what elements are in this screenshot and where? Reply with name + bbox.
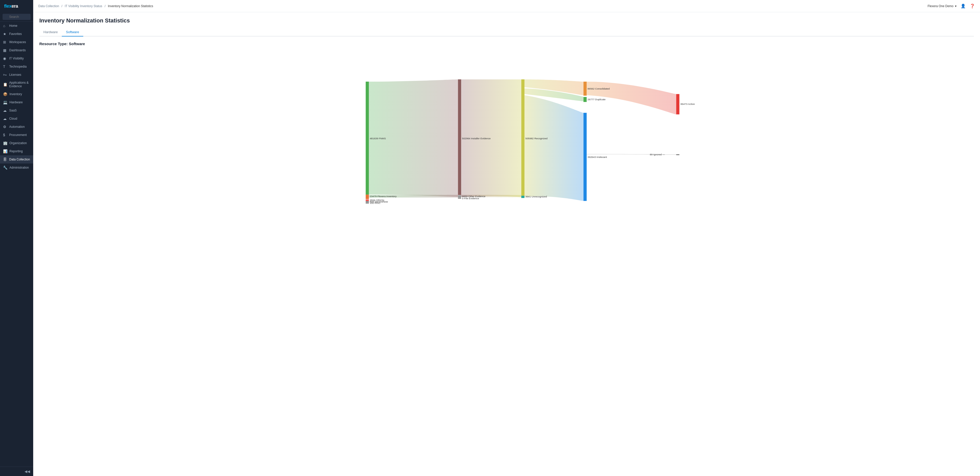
- sidebar-item-label: Technopedia: [9, 65, 27, 68]
- label-irrelevant: 392643 Irrelevant: [587, 155, 607, 159]
- data-collection-icon: 🗄: [3, 157, 7, 162]
- search-area: 🔍: [0, 12, 33, 22]
- breadcrumb-sep-1: /: [62, 4, 62, 8]
- label-recognized: 505982 Recognized: [525, 137, 548, 140]
- dashboards-icon: ▦: [3, 48, 7, 52]
- sidebar-item-label: Administration: [10, 166, 29, 170]
- administration-icon: 🔧: [3, 165, 7, 170]
- sidebar: flexera 🔍 ⌂ Home ★ Favorites ⊞ Workspace…: [0, 0, 33, 476]
- sidebar-item-label: Licenses: [9, 73, 21, 76]
- collapse-sidebar-button[interactable]: ◀◀: [24, 470, 30, 473]
- sidebar-item-automation[interactable]: ⚙ Automation: [0, 123, 33, 131]
- licenses-icon: 🗝: [3, 73, 7, 77]
- help-icon[interactable]: ❓: [970, 3, 975, 8]
- tab-hardware[interactable]: Hardware: [39, 28, 62, 36]
- sidebar-item-cloud[interactable]: ☁ Cloud: [0, 114, 33, 123]
- node-installer-evidence: [458, 79, 461, 195]
- sidebar-item-label: Home: [9, 24, 18, 27]
- sidebar-item-workspaces[interactable]: ⊞ Workspaces: [0, 38, 33, 46]
- workspaces-icon: ⊞: [3, 40, 7, 44]
- automation-icon: ⚙: [3, 125, 7, 129]
- sankey-diagram: 481639 FNMS 23479 Flexera Inventory 3556…: [39, 50, 974, 208]
- breadcrumb-sep-2: /: [105, 4, 105, 8]
- favorites-icon: ★: [3, 32, 7, 36]
- node-duplicate: [584, 97, 587, 102]
- sidebar-item-label: Workspaces: [9, 40, 26, 44]
- label-risc: 100 RISC: [370, 202, 380, 204]
- node-orion: [366, 200, 369, 201]
- breadcrumb-current: Inventory Normalization Statistics: [108, 4, 153, 8]
- tabs-bar: Hardware Software: [39, 28, 974, 36]
- sidebar-item-label: Organization: [10, 141, 27, 145]
- home-icon: ⌂: [3, 24, 7, 28]
- label-ignored: 89 Ignored —: [650, 153, 665, 156]
- label-flexera-inv: 23479 Flexera Inventory: [370, 195, 396, 198]
- sidebar-item-label: Applications & Evidence: [9, 81, 30, 88]
- breadcrumb-it-visibility[interactable]: IT Visibility Inventory Status: [65, 4, 102, 8]
- page-title: Inventory Normalization Statistics: [39, 17, 974, 24]
- sidebar-item-procurement[interactable]: $ Procurement: [0, 131, 33, 139]
- sidebar-item-organization[interactable]: 🏢 Organization: [0, 139, 33, 147]
- sidebar-item-label: IT Visibility: [9, 57, 24, 60]
- topbar: Data Collection / IT Visibility Inventor…: [33, 0, 980, 12]
- label-duplicate: 26777 Duplicate: [587, 98, 605, 101]
- search-wrapper: 🔍: [3, 14, 31, 20]
- tab-software[interactable]: Software: [62, 28, 83, 36]
- sidebar-item-label: SaaS: [9, 109, 17, 112]
- saas-icon: ☁: [3, 108, 7, 113]
- it-visibility-icon: ◉: [3, 56, 7, 60]
- procurement-icon: $: [3, 133, 7, 137]
- sidebar-item-saas[interactable]: ☁ SaaS: [0, 106, 33, 114]
- sidebar-item-home[interactable]: ⌂ Home: [0, 22, 33, 30]
- node-file-evidence: [458, 198, 461, 199]
- page-content: Inventory Normalization Statistics Hardw…: [33, 12, 980, 476]
- search-input[interactable]: [3, 14, 31, 20]
- breadcrumb-data-collection[interactable]: Data Collection: [38, 4, 59, 8]
- sidebar-item-label: Dashboards: [9, 48, 26, 52]
- user-icon[interactable]: 👤: [961, 3, 966, 8]
- flow-recognized-irrelevant: [525, 95, 584, 201]
- node-consolidated: [584, 82, 587, 96]
- sidebar-item-administration[interactable]: 🔧 Administration: [0, 163, 33, 172]
- node-other-evidence: [458, 195, 461, 198]
- sidebar-item-licenses[interactable]: 🗝 Licenses: [0, 71, 33, 79]
- sidebar-item-inventory[interactable]: 📦 Inventory: [0, 90, 33, 98]
- node-irrelevant: [584, 113, 587, 201]
- sidebar-bottom: ◀◀: [0, 466, 33, 476]
- node-active: [676, 94, 679, 114]
- sidebar-item-applications-evidence[interactable]: 📋 Applications & Evidence: [0, 79, 33, 90]
- organization-icon: 🏢: [3, 141, 7, 145]
- node-unrecognized: [522, 196, 525, 198]
- sankey-svg: 481639 FNMS 23479 Flexera Inventory 3556…: [39, 50, 974, 208]
- logo: flexera: [4, 3, 18, 9]
- label-file-evidence: 0 File Evidence: [462, 197, 479, 200]
- sidebar-item-technopedia[interactable]: T Technopedia: [0, 62, 33, 71]
- account-menu[interactable]: Flexera One Demo ▾: [928, 4, 956, 8]
- node-risc: [366, 203, 369, 203]
- inventory-icon: 📦: [3, 92, 7, 96]
- sidebar-item-it-visibility[interactable]: ◉ IT Visibility: [0, 54, 33, 62]
- label-installer-evidence: 502964 Installer Evidence: [462, 137, 491, 140]
- applications-icon: 📋: [3, 83, 7, 86]
- label-consolidated: 86562 Consolidated: [587, 87, 610, 90]
- sidebar-item-dashboards[interactable]: ▦ Dashboards: [0, 46, 33, 54]
- topbar-right: Flexera One Demo ▾ 👤 ❓: [928, 3, 975, 8]
- technopedia-icon: T: [3, 65, 7, 68]
- cloud-icon: ☁: [3, 117, 7, 121]
- sidebar-item-label: Reporting: [10, 149, 23, 153]
- sidebar-item-reporting[interactable]: 📊 Reporting: [0, 147, 33, 155]
- reporting-icon: 📊: [3, 149, 7, 153]
- sidebar-item-label: Hardware: [10, 100, 23, 104]
- breadcrumb: Data Collection / IT Visibility Inventor…: [38, 4, 153, 8]
- label-unrecognized: 3641 Unrecognized: [525, 195, 547, 198]
- sidebar-item-label: Favorites: [9, 32, 22, 36]
- main-area: Data Collection / IT Visibility Inventor…: [33, 0, 980, 476]
- sidebar-item-hardware[interactable]: 💻 Hardware: [0, 98, 33, 106]
- sidebar-item-favorites[interactable]: ★ Favorites: [0, 30, 33, 38]
- sidebar-item-data-collection[interactable]: 🗄 Data Collection: [0, 155, 33, 163]
- resource-type-heading: Resource Type: Software: [39, 41, 974, 46]
- label-fnms: 481639 FNMS: [370, 137, 386, 140]
- sidebar-item-label: Automation: [9, 125, 25, 129]
- node-recognized: [522, 79, 525, 196]
- chevron-down-icon: ▾: [955, 4, 956, 8]
